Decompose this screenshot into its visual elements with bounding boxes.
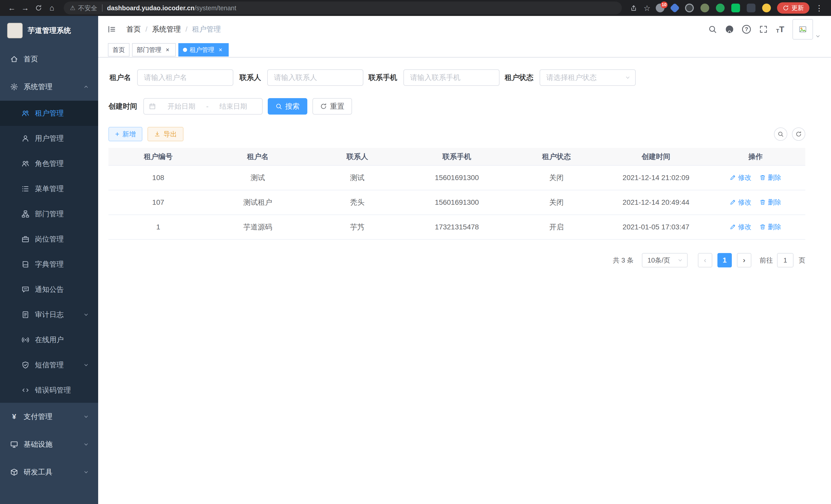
next-page-button[interactable]: › xyxy=(737,253,751,267)
tab-tenant[interactable]: 租户管理 × xyxy=(178,43,229,57)
sidebar-item-dict[interactable]: 字典管理 xyxy=(0,252,98,277)
fullscreen-icon[interactable] xyxy=(759,25,768,34)
delete-button[interactable]: 删除 xyxy=(760,198,781,207)
sidebar-item-label: 研发工具 xyxy=(24,467,52,477)
security-label[interactable]: 不安全 xyxy=(78,4,97,12)
browser-forward-icon[interactable]: → xyxy=(19,1,32,14)
edit-button[interactable]: 修改 xyxy=(730,198,751,207)
cell-tenant-name: 测试 xyxy=(208,166,307,190)
cell-contact: 芋艿 xyxy=(308,215,407,239)
avatar[interactable] xyxy=(793,19,821,39)
document-icon xyxy=(22,311,29,319)
sidebar-item-tenant[interactable]: 租户管理 xyxy=(0,101,98,126)
share-icon[interactable] xyxy=(627,1,640,14)
tab-label: 首页 xyxy=(113,46,125,54)
goto-label: 前往 xyxy=(760,256,773,265)
table-row[interactable]: 107 测试租户 秃头 15601691300 关闭 2021-12-14 20… xyxy=(109,190,805,215)
breadcrumb-system[interactable]: 系统管理 xyxy=(152,24,181,34)
sidebar-toggle-icon[interactable] xyxy=(105,23,118,36)
extension-icon-5[interactable] xyxy=(716,4,725,12)
col-actions: 操作 xyxy=(706,148,805,166)
table-row[interactable]: 108 测试 测试 15601691300 关闭 2021-12-14 21:0… xyxy=(109,166,805,190)
search-button[interactable]: 搜索 xyxy=(268,98,307,115)
browser-update-button[interactable]: 更新 xyxy=(777,2,809,13)
page-1-button[interactable]: 1 xyxy=(717,253,732,267)
browser-chrome: ← → ⌂ ⚠ 不安全 dashboard.yudao.iocoder.cn/s… xyxy=(0,0,831,16)
tenant-name-field: 租户名 xyxy=(109,69,233,86)
help-icon[interactable]: ? xyxy=(742,25,751,34)
tenant-name-label: 租户名 xyxy=(109,73,137,83)
edit-button[interactable]: 修改 xyxy=(730,223,751,232)
extension-icon-4[interactable] xyxy=(700,4,709,12)
avatar-caret-icon xyxy=(815,33,821,39)
contact-input[interactable] xyxy=(267,69,363,86)
extension-icon-7[interactable] xyxy=(747,4,755,12)
filter-row-2: 创建时间 开始日期 - 结束日期 搜索 重置 xyxy=(109,98,805,115)
browser-back-icon[interactable]: ← xyxy=(5,1,19,14)
sidebar-item-role[interactable]: 角色管理 xyxy=(0,151,98,176)
bookmark-star-icon[interactable]: ☆ xyxy=(640,1,654,14)
font-size-icon[interactable]: TT xyxy=(776,25,784,33)
extension-icon-8[interactable] xyxy=(762,4,771,12)
extension-icon-2[interactable] xyxy=(670,3,680,13)
sidebar-item-error-code[interactable]: 错误码管理 xyxy=(0,378,98,403)
close-icon[interactable]: × xyxy=(217,46,224,53)
table-row[interactable]: 1 芋道源码 芋艿 17321315478 开启 2021-01-05 17:0… xyxy=(109,215,805,239)
sidebar-item-post[interactable]: 岗位管理 xyxy=(0,227,98,252)
browser-menu-icon[interactable]: ⋮ xyxy=(812,1,826,14)
delete-button[interactable]: 删除 xyxy=(760,173,781,182)
goto-page-input[interactable] xyxy=(777,253,794,267)
browser-home-icon[interactable]: ⌂ xyxy=(45,1,59,14)
phone-input[interactable] xyxy=(403,69,499,86)
sidebar-item-label: 通知公告 xyxy=(35,285,64,294)
chevron-down-icon xyxy=(83,469,89,475)
page-size-select[interactable]: 10条/页 xyxy=(642,253,688,267)
sidebar-item-label: 菜单管理 xyxy=(35,184,64,194)
sidebar-item-infrastructure[interactable]: 基础设施 xyxy=(0,431,98,458)
prev-page-button[interactable]: ‹ xyxy=(698,253,712,267)
pagination: 共 3 条 10条/页 ‹ 1 › 前往 页 xyxy=(109,253,805,267)
extension-icon-6[interactable] xyxy=(731,4,740,12)
sidebar-item-sms[interactable]: 短信管理 xyxy=(0,352,98,378)
tab-dept[interactable]: 部门管理 × xyxy=(132,43,176,57)
breadcrumb-home[interactable]: 首页 xyxy=(126,24,141,34)
sidebar-item-menu[interactable]: 菜单管理 xyxy=(0,176,98,201)
edit-label: 修改 xyxy=(738,173,751,182)
add-button[interactable]: + 新增 xyxy=(109,127,142,141)
question-glyph: ? xyxy=(745,26,748,33)
sidebar-item-notice[interactable]: 通知公告 xyxy=(0,277,98,302)
browser-reload-icon[interactable] xyxy=(32,1,45,14)
refresh-button[interactable] xyxy=(792,127,805,141)
toggle-search-button[interactable] xyxy=(774,127,787,141)
add-button-label: 新增 xyxy=(122,130,136,139)
tenant-name-input[interactable] xyxy=(137,69,233,86)
sidebar-item-label: 首页 xyxy=(24,54,38,64)
extension-icon-1[interactable]: 10 xyxy=(656,4,664,12)
table-header: 租户编号 租户名 联系人 联系手机 租户状态 创建时间 操作 xyxy=(109,148,805,166)
delete-button[interactable]: 删除 xyxy=(760,223,781,232)
sidebar-item-audit-log[interactable]: 审计日志 xyxy=(0,302,98,327)
github-icon[interactable] xyxy=(725,25,734,34)
shield-icon xyxy=(22,361,29,369)
app-logo[interactable]: 芋道管理系统 xyxy=(0,16,98,45)
address-bar[interactable]: ⚠ 不安全 dashboard.yudao.iocoder.cn/system/… xyxy=(64,2,622,14)
sidebar-item-user[interactable]: 用户管理 xyxy=(0,126,98,151)
create-time-range-picker[interactable]: 开始日期 - 结束日期 xyxy=(143,98,263,115)
extension-icon-3[interactable] xyxy=(685,4,694,12)
edit-button[interactable]: 修改 xyxy=(730,173,751,182)
tab-home[interactable]: 首页 xyxy=(108,43,130,57)
sidebar-item-online-user[interactable]: 在线用户 xyxy=(0,327,98,352)
tenant-status-select[interactable]: 请选择租户状态 xyxy=(540,69,636,86)
close-icon[interactable]: × xyxy=(164,46,171,53)
reset-button[interactable]: 重置 xyxy=(312,98,352,115)
search-icon[interactable] xyxy=(708,25,717,34)
date-separator: - xyxy=(205,102,209,111)
sidebar-item-devtools[interactable]: 研发工具 xyxy=(0,458,98,486)
sidebar-item-dept[interactable]: 部门管理 xyxy=(0,201,98,227)
sidebar-item-home[interactable]: 首页 xyxy=(0,45,98,73)
export-button[interactable]: 导出 xyxy=(147,127,183,141)
sidebar-item-system[interactable]: 系统管理 xyxy=(0,73,98,101)
sidebar-item-payment[interactable]: ¥ 支付管理 xyxy=(0,403,98,431)
code-icon xyxy=(22,386,29,394)
create-time-field: 创建时间 开始日期 - 结束日期 xyxy=(109,98,263,115)
